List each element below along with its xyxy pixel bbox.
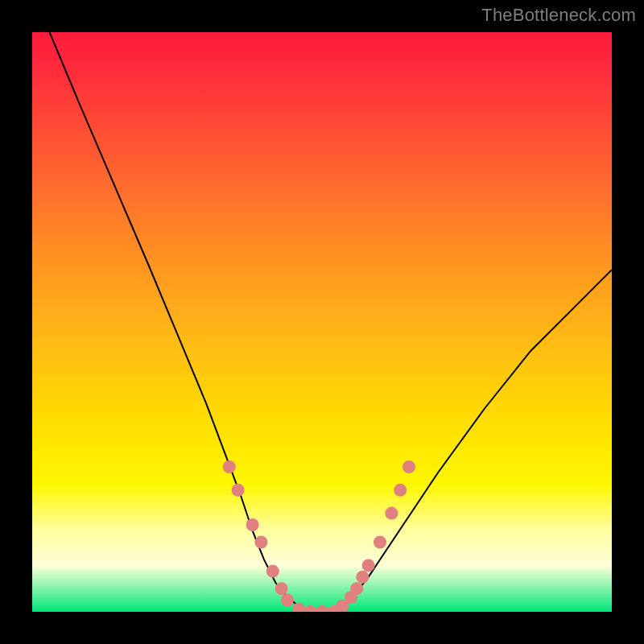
highlight-dot-4 — [266, 565, 279, 578]
left-curve-path — [50, 32, 311, 612]
plot-area — [32, 32, 612, 612]
highlight-dots — [223, 460, 415, 612]
highlight-dot-8 — [304, 605, 317, 612]
highlight-dot-19 — [402, 460, 415, 473]
highlight-dot-9 — [316, 605, 328, 612]
right-curve — [333, 270, 612, 612]
left-curve — [50, 32, 311, 612]
highlight-dot-15 — [362, 559, 375, 572]
highlight-dot-5 — [275, 582, 288, 595]
highlight-dot-0 — [223, 460, 236, 473]
chart-frame: TheBottleneck.com — [0, 0, 644, 644]
highlight-dot-1 — [232, 484, 245, 497]
highlight-dot-14 — [356, 571, 369, 584]
highlight-dot-18 — [394, 484, 407, 497]
highlight-dot-7 — [292, 602, 305, 612]
curve-layer — [32, 32, 612, 612]
highlight-dot-2 — [246, 518, 259, 531]
highlight-dot-16 — [374, 536, 386, 549]
highlight-dot-6 — [281, 594, 294, 607]
highlight-dot-17 — [385, 507, 398, 520]
highlight-dot-3 — [254, 536, 267, 549]
right-curve-path — [333, 270, 612, 612]
watermark-text: TheBottleneck.com — [481, 5, 636, 26]
highlight-dot-13 — [350, 582, 363, 595]
